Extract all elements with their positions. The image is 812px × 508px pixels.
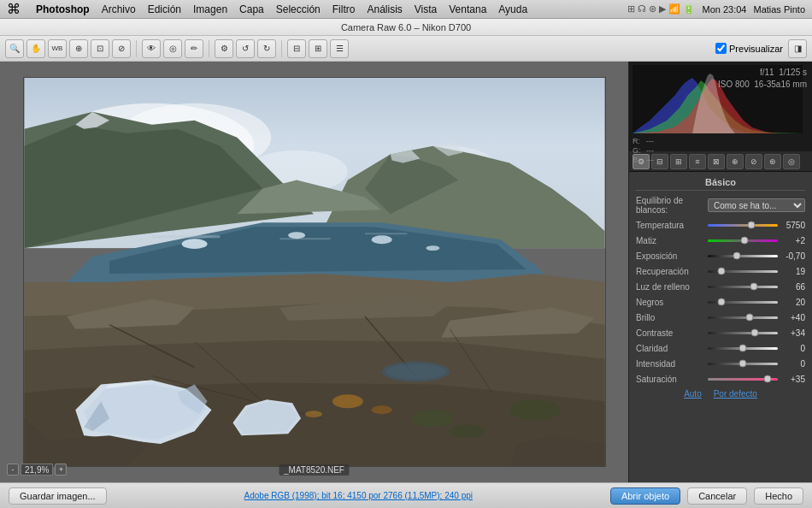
g-label: G:: [633, 146, 641, 155]
slider-label-6: Brillo: [636, 313, 704, 322]
slider-row-luz-de-relleno: Luz de relleno 66: [636, 281, 805, 292]
slider-label-5: Negros: [636, 298, 704, 307]
spot-removal[interactable]: ◎: [163, 39, 182, 58]
slider-wrap-4[interactable]: [708, 281, 778, 292]
photo-canvas[interactable]: [23, 77, 606, 467]
menu-filtro[interactable]: Filtro: [332, 3, 356, 15]
adj-panel[interactable]: Básico Equilibrio de blancos: Como se ha…: [629, 172, 812, 482]
preview-checkbox[interactable]: [715, 43, 727, 54]
slider-thumb-9[interactable]: [739, 360, 747, 368]
zoom-in-btn[interactable]: +: [55, 464, 67, 476]
slider-wrap-9[interactable]: [708, 358, 778, 369]
wb-select[interactable]: Como se ha to...: [708, 198, 805, 212]
slider-thumb-8[interactable]: [739, 345, 747, 352]
slider-label-10: Saturación: [636, 375, 704, 384]
slider-thumb-4[interactable]: [750, 283, 758, 291]
slider-wrap-8[interactable]: [708, 343, 778, 353]
section-title: Básico: [636, 177, 805, 191]
menu-seleccion[interactable]: Selección: [276, 3, 321, 15]
clock: Mon 23:04: [702, 4, 746, 15]
menu-edicion[interactable]: Edición: [148, 3, 181, 15]
main-content: - 21,9% + _MAT8520.NEF: [0, 62, 812, 482]
slider-value-3: 19: [781, 267, 805, 276]
filename-bar: _MAT8520.NEF: [279, 464, 350, 476]
open-object-button[interactable]: Abrir objeto: [610, 487, 680, 505]
crop-tool[interactable]: ⊡: [91, 39, 109, 58]
slider-value-6: +40: [781, 313, 805, 322]
fullscreen[interactable]: ⊞: [309, 39, 327, 58]
slider-wrap-1[interactable]: [708, 235, 778, 245]
menu-capa[interactable]: Capa: [239, 3, 264, 15]
slider-value-9: 0: [781, 359, 805, 369]
slider-thumb-6[interactable]: [746, 314, 754, 322]
menu-ventana[interactable]: Ventana: [449, 3, 486, 15]
color-sampler[interactable]: ⊕: [69, 39, 88, 58]
straighten-tool[interactable]: ⊘: [112, 39, 131, 58]
slider-thumb-0[interactable]: [747, 222, 755, 229]
wb-tool[interactable]: WB: [48, 39, 67, 58]
cancel-button[interactable]: Cancelar: [687, 487, 747, 505]
save-button[interactable]: Guardar imagen...: [9, 487, 107, 505]
slider-wrap-3[interactable]: [708, 266, 778, 276]
open-prefs[interactable]: ⚙: [215, 39, 233, 58]
apple-menu[interactable]: ⌘: [7, 1, 21, 17]
slider-label-8: Claridad: [636, 344, 704, 353]
done-button[interactable]: Hecho: [754, 487, 803, 505]
svg-rect-18: [364, 233, 407, 234]
slider-row-claridad: Claridad 0: [636, 343, 805, 353]
hand-tool[interactable]: ✋: [26, 39, 45, 58]
extra1[interactable]: ☰: [330, 39, 349, 58]
slider-wrap-10[interactable]: [708, 374, 778, 384]
slider-thumb-2[interactable]: [733, 252, 741, 260]
slider-wrap-7[interactable]: [708, 328, 778, 338]
slider-value-0: 5750: [781, 221, 805, 230]
menu-imagen[interactable]: Imagen: [193, 3, 227, 15]
bottom-bar: Guardar imagen... Adobe RGB (1998); bit …: [0, 482, 812, 508]
slider-track-6: [708, 316, 778, 319]
slider-value-1: +2: [781, 236, 805, 245]
zoom-out-btn[interactable]: -: [7, 464, 19, 476]
redeye-tool[interactable]: 👁: [142, 39, 161, 58]
slider-row-intensidad: Intensidad 0: [636, 358, 805, 369]
svg-point-45: [411, 410, 454, 427]
adj-brush[interactable]: ✏: [185, 39, 203, 58]
slider-wrap-0[interactable]: [708, 220, 778, 230]
slider-value-7: +34: [781, 328, 805, 338]
menu-analisis[interactable]: Análisis: [367, 3, 402, 15]
slider-wrap-6[interactable]: [708, 312, 778, 322]
menu-archivo[interactable]: Archivo: [102, 3, 136, 15]
rotate-ccw[interactable]: ↺: [236, 39, 255, 58]
slider-label-0: Temperatura: [636, 221, 704, 230]
rotate-cw[interactable]: ↻: [257, 39, 276, 58]
b-label: B:: [633, 156, 641, 164]
panel-toggle[interactable]: ◨: [788, 39, 807, 58]
slider-wrap-5[interactable]: [708, 297, 778, 307]
photo-area: - 21,9% + _MAT8520.NEF: [0, 62, 628, 482]
svg-point-20: [288, 232, 305, 239]
menu-ayuda[interactable]: Ayuda: [498, 3, 527, 15]
slider-thumb-3[interactable]: [718, 268, 726, 275]
menu-vista[interactable]: Vista: [415, 3, 437, 15]
slider-label-2: Exposición: [636, 251, 704, 261]
slider-thumb-10[interactable]: [763, 375, 771, 383]
slider-wrap-2[interactable]: [708, 251, 778, 261]
slider-row-recuperación: Recuperación 19: [636, 266, 805, 276]
slider-thumb-5[interactable]: [718, 298, 726, 306]
slider-row-saturación: Saturación +35: [636, 374, 805, 384]
svg-point-19: [181, 239, 207, 249]
toolbar-sep3: [281, 40, 282, 57]
title-bar: Camera Raw 6.0 – Nikon D700: [0, 19, 812, 36]
bottom-info[interactable]: Adobe RGB (1998); bit 16; 4150 por 2766 …: [114, 491, 603, 500]
default-link[interactable]: Por defecto: [714, 389, 757, 399]
slider-thumb-7[interactable]: [750, 329, 758, 337]
toggle-view[interactable]: ⊟: [287, 39, 306, 58]
preview-label: Previsualizar: [729, 44, 783, 54]
right-panel: R: --- G: --- B: --- f/11 1/125 s ISO 80…: [628, 62, 812, 482]
slider-thumb-1[interactable]: [740, 237, 748, 245]
photo-svg: [24, 78, 605, 466]
zoom-tool[interactable]: 🔍: [5, 39, 24, 58]
auto-link[interactable]: Auto: [684, 389, 702, 399]
preview-checkbox-wrap[interactable]: Previsualizar: [715, 43, 783, 54]
r-label: R:: [633, 137, 641, 145]
filename: _MAT8520.NEF: [284, 465, 344, 475]
